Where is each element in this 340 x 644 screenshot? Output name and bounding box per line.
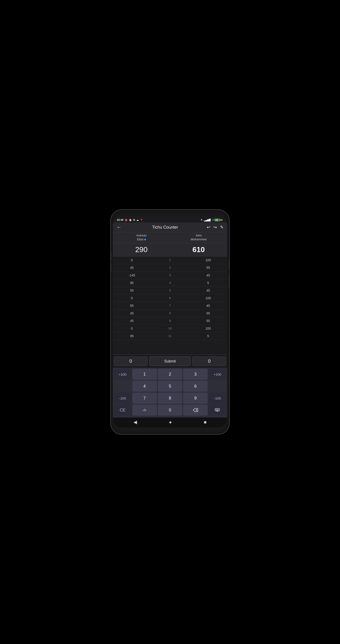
key-2[interactable]: 2 (158, 369, 182, 380)
battery-fill (215, 219, 218, 221)
bluetooth-icon: ✶ (200, 218, 203, 222)
table-row: 0 6 100 (113, 294, 227, 302)
left-score-cell: 0 (113, 256, 151, 264)
rounds-table: 0 1 100 45 2 55 -145 3 45 95 4 5 55 5 45… (113, 256, 227, 354)
keypad: +100 1 2 3 +100 4 5 6 -100 7 8 9 -100 (113, 368, 227, 418)
vol-up-button[interactable] (110, 252, 111, 260)
table-row: 0 10 100 (113, 325, 227, 332)
signal-icon: ▂▄▆█ (204, 219, 211, 221)
right-score-cell: 55 (189, 264, 227, 272)
round-number-cell: 8 (151, 310, 189, 317)
table-row: 95 4 5 (113, 279, 227, 287)
edit-button[interactable]: ✎ (220, 225, 223, 230)
keypad-row-2: 4 5 6 (114, 381, 226, 392)
key-1[interactable]: 1 (132, 369, 157, 380)
nav-back-button[interactable]: ◀ (134, 419, 137, 425)
keyboard-hide-button[interactable] (209, 404, 226, 416)
right-score-cell: 55 (189, 317, 227, 324)
plus100-left-button[interactable]: +100 (114, 369, 131, 380)
right-team-header: John Mohammed (170, 232, 227, 243)
alarm-icon: ⏰ (129, 219, 132, 221)
round-number-cell: 11 (151, 332, 189, 340)
right-score-cell: 45 (189, 302, 227, 309)
key-6[interactable]: 6 (183, 381, 208, 392)
active-dot (144, 239, 146, 240)
redo-button[interactable]: ↪ (213, 225, 217, 230)
keypad-row-3: -100 7 8 9 -100 (114, 392, 226, 404)
key-5[interactable]: 5 (158, 381, 182, 392)
nav-home-button[interactable]: ● (169, 420, 171, 425)
left-score-cell: 45 (113, 317, 151, 324)
left-player2: Elias (137, 238, 143, 241)
svg-rect-0 (215, 408, 220, 411)
back-button[interactable]: ← (117, 224, 122, 230)
left-score-cell: 55 (113, 302, 151, 309)
round-number-cell: 6 (151, 294, 189, 302)
table-row: 55 7 45 (113, 302, 227, 310)
volume-button[interactable] (229, 260, 230, 270)
key-8[interactable]: 8 (158, 392, 182, 404)
table-row: -145 3 45 (113, 272, 227, 279)
undo-button[interactable]: ↩ (207, 225, 210, 230)
location-icon: 📍 (140, 219, 143, 221)
header-icons: ↩ ↪ ✎ (207, 225, 223, 230)
mute-icon: 🔇 (125, 219, 128, 221)
status-left: 22:40 🔇 ⏰ ⚙ ☁ 📍 (117, 218, 143, 221)
settings-icon: ⚙ (133, 219, 135, 221)
minus100-left-button[interactable]: -100 (114, 392, 131, 404)
left-score-cell: 95 (113, 332, 151, 340)
round-number-cell: 1 (151, 256, 189, 264)
power-button[interactable] (229, 274, 230, 288)
nav-bar: ◀ ● ■ (113, 418, 227, 428)
app-header: ← Tichu Counter ↩ ↪ ✎ (113, 222, 227, 232)
round-number-cell: 3 (151, 272, 189, 279)
ce-button[interactable]: CE (114, 404, 131, 416)
battery-level: 28 (212, 219, 214, 221)
left-player1: Antreas (136, 234, 147, 237)
right-total-score: 610 (170, 243, 227, 256)
table-row: 95 11 5 (113, 332, 227, 340)
total-scores: 290 610 (113, 243, 227, 256)
minus100-right-button[interactable]: -100 (209, 392, 226, 404)
keypad-row-1: +100 1 2 3 +100 (114, 369, 226, 380)
left-score-cell: 45 (113, 264, 151, 272)
cloud-icon: ☁ (137, 219, 139, 221)
left-team-header: Antreas Elias (113, 232, 170, 243)
right-score-input[interactable]: 0 (192, 356, 226, 366)
right-player2: Mohammed (191, 238, 206, 241)
round-number-cell: 5 (151, 287, 189, 294)
nav-recent-button[interactable]: ■ (204, 420, 206, 425)
right-score-cell: 45 (189, 272, 227, 279)
round-number-cell: 7 (151, 302, 189, 309)
input-row: 0 Submit 0 (113, 354, 227, 368)
phone-screen: 22:40 🔇 ⏰ ⚙ ☁ 📍 ✶ ▂▄▆█ 28 ⚡ (113, 216, 227, 428)
plus100-right-button[interactable]: +100 (209, 369, 226, 380)
backspace-button[interactable] (183, 404, 208, 416)
right-player1: John (195, 234, 202, 237)
vol-down-button[interactable] (110, 263, 111, 272)
table-row: 55 5 45 (113, 287, 227, 294)
round-number-cell: 10 (151, 325, 189, 332)
key-9[interactable]: 9 (183, 392, 208, 404)
battery-box (215, 219, 220, 221)
key-4[interactable]: 4 (132, 381, 157, 392)
team-headers: Antreas Elias John Mohammed (113, 232, 227, 243)
key-3[interactable]: 3 (183, 369, 208, 380)
camera (169, 225, 171, 227)
right-score-cell: 5 (189, 332, 227, 340)
toggle-sign-button[interactable]: -/+ (132, 404, 157, 416)
phone-shell: 22:40 🔇 ⏰ ⚙ ☁ 📍 ✶ ▂▄▆█ 28 ⚡ (110, 209, 230, 435)
left-score-cell: 95 (113, 279, 151, 286)
right-score-cell: 55 (189, 310, 227, 317)
left-score-cell: 45 (113, 310, 151, 317)
table-row: 45 9 55 (113, 317, 227, 325)
key-0[interactable]: 0 (158, 404, 182, 416)
left-score-cell: 0 (113, 325, 151, 332)
key-7[interactable]: 7 (132, 392, 157, 404)
submit-button[interactable]: Submit (150, 356, 190, 366)
right-score-cell: 100 (189, 294, 227, 302)
left-score-input[interactable]: 0 (114, 356, 148, 366)
left-score-cell: 55 (113, 287, 151, 294)
round-number-cell: 4 (151, 279, 189, 286)
app-title: Tichu Counter (123, 225, 207, 230)
